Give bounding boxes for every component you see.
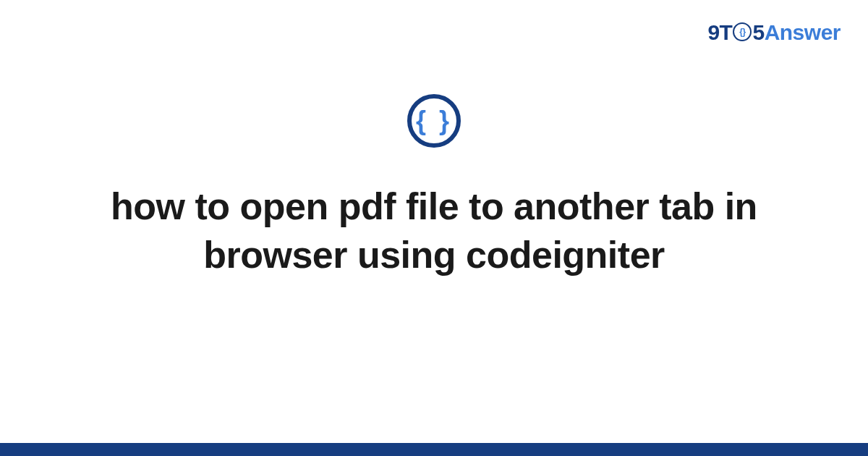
logo-text-5: 5 <box>752 20 764 45</box>
site-logo: 9T {} 5 Answer <box>707 20 841 45</box>
logo-o-braces: {} <box>739 28 745 36</box>
code-braces-icon: { } <box>407 94 461 148</box>
logo-text-answer: Answer <box>765 20 841 45</box>
logo-text-9t: 9T <box>707 20 732 45</box>
page-title: how to open pdf file to another tab in b… <box>40 182 828 279</box>
logo-o-circle: {} <box>733 22 752 41</box>
braces-glyph: { } <box>416 108 452 134</box>
footer-accent-bar <box>0 443 868 456</box>
